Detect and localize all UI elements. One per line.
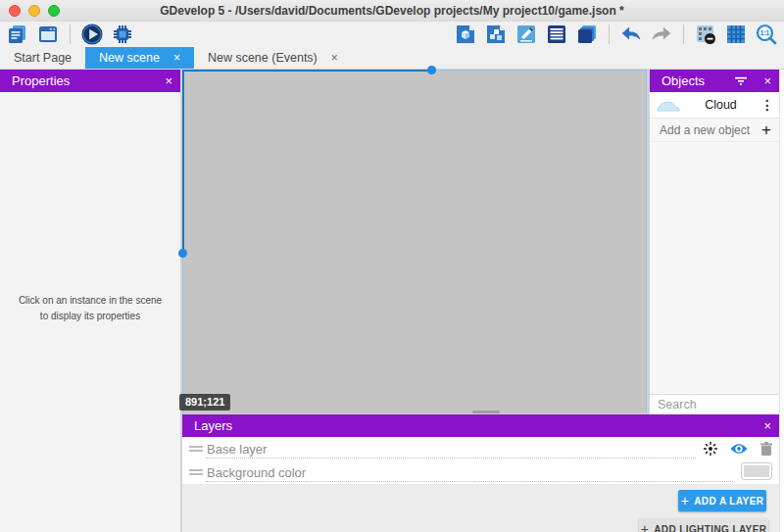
- main-toolbar: 1:1: [0, 22, 784, 47]
- tab-label: New scene (Events): [208, 51, 318, 65]
- svg-text:1:1: 1:1: [760, 29, 770, 36]
- editor-tabbar: Start Page New scene × New scene (Events…: [0, 47, 784, 69]
- cloud-object-icon: [656, 98, 681, 113]
- add-new-object-button[interactable]: Add a new object +: [650, 119, 779, 142]
- layer-effects-icon[interactable]: [703, 441, 718, 457]
- add-a-layer-button[interactable]: + ADD A LAYER: [678, 490, 766, 511]
- tab-label: Start Page: [14, 51, 72, 65]
- gdevelop-window: GDevelop 5 - /Users/david/Documents/GDev…: [0, 0, 784, 532]
- canvas-hscrollbar[interactable]: [472, 411, 500, 413]
- toolbar-separator: [70, 24, 71, 44]
- tab-label: New scene: [99, 51, 160, 65]
- properties-panel-title: Properties: [12, 73, 70, 88]
- scene-properties-icon[interactable]: [514, 23, 538, 46]
- search-input[interactable]: [658, 398, 784, 411]
- plus-icon: +: [641, 522, 650, 532]
- add-a-layer-label: ADD A LAYER: [694, 496, 763, 507]
- properties-panel: Properties × Click on an instance in the…: [0, 70, 180, 532]
- layers-panel: Layers × Base layer: [182, 414, 779, 532]
- tab-start-page[interactable]: Start Page: [0, 47, 85, 69]
- close-icon[interactable]: ×: [165, 70, 172, 92]
- window-title: GDevelop 5 - /Users/david/Documents/GDev…: [0, 4, 784, 18]
- toolbar-separator: [609, 24, 610, 44]
- properties-empty-message: Click on an instance in the scene to dis…: [16, 293, 165, 324]
- mask-icon[interactable]: [694, 23, 717, 46]
- selection-handle-top[interactable]: [427, 66, 436, 74]
- play-icon[interactable]: [80, 23, 104, 46]
- titlebar: GDevelop 5 - /Users/david/Documents/GDev…: [0, 0, 784, 22]
- layer-row-base[interactable]: Base layer: [182, 437, 779, 460]
- plus-icon: +: [761, 121, 771, 140]
- layers-panel-title: Layers: [194, 418, 232, 433]
- grid-icon[interactable]: [724, 23, 748, 46]
- properties-panel-header: Properties ×: [0, 70, 180, 92]
- close-icon[interactable]: ×: [763, 414, 771, 437]
- objects-editor-icon[interactable]: [454, 23, 477, 46]
- layer-name-underline: [206, 481, 733, 482]
- object-groups-icon[interactable]: [484, 23, 508, 46]
- object-name: Cloud: [681, 98, 760, 112]
- filter-icon[interactable]: [734, 76, 748, 86]
- scene-canvas[interactable]: [182, 70, 647, 413]
- background-color-swatch[interactable]: [742, 463, 771, 479]
- selection-handle-left[interactable]: [178, 249, 187, 258]
- drag-handle-icon[interactable]: [189, 467, 203, 477]
- layers-editor-icon[interactable]: [575, 23, 599, 46]
- project-manager-icon[interactable]: [6, 23, 29, 46]
- layers-panel-header: Layers ×: [182, 414, 779, 437]
- selection-edge-top: [182, 70, 432, 72]
- layer-name-field[interactable]: Background color: [207, 465, 306, 480]
- objects-panel-header: Objects ×: [650, 70, 779, 92]
- cursor-coordinates-badge: 891;121: [179, 394, 230, 411]
- zoom-1-1-icon[interactable]: 1:1: [755, 23, 778, 46]
- add-lighting-layer-label: ADD LIGHTING LAYER: [654, 524, 766, 532]
- layer-delete-trash-icon[interactable]: [760, 441, 773, 457]
- tab-close-icon[interactable]: ×: [331, 52, 338, 64]
- selection-edge-left: [182, 70, 184, 254]
- undo-icon[interactable]: [619, 23, 643, 46]
- plus-icon: +: [681, 494, 690, 508]
- debug-icon[interactable]: [111, 23, 134, 46]
- objects-search-bar: [650, 394, 779, 414]
- tab-new-scene-events[interactable]: New scene (Events) ×: [194, 47, 352, 69]
- drag-handle-icon[interactable]: [189, 444, 203, 454]
- instances-list-icon[interactable]: [545, 23, 568, 46]
- toolbar-separator: [683, 24, 684, 44]
- object-menu-dots-icon[interactable]: ⋮: [760, 98, 774, 112]
- tab-new-scene[interactable]: New scene ×: [85, 47, 194, 69]
- objects-panel: Objects × Cloud ⋮ Add a new object +: [650, 70, 779, 414]
- layer-name-field[interactable]: Base layer: [207, 442, 267, 457]
- layer-visibility-eye-icon[interactable]: [729, 442, 749, 456]
- right-scrollbar-track[interactable]: [779, 70, 784, 532]
- add-new-object-label: Add a new object: [660, 123, 761, 137]
- layer-row-background-color[interactable]: Background color: [182, 460, 779, 484]
- object-list-item-cloud[interactable]: Cloud ⋮: [650, 92, 779, 119]
- layer-name-underline: [206, 458, 696, 459]
- objects-panel-title: Objects: [662, 73, 705, 88]
- add-lighting-layer-button[interactable]: + ADD LIGHTING LAYER: [639, 518, 768, 532]
- tab-close-icon[interactable]: ×: [173, 52, 180, 64]
- redo-icon[interactable]: [650, 23, 673, 46]
- close-icon[interactable]: ×: [763, 70, 771, 92]
- layers-list: Base layer Background color: [182, 437, 779, 484]
- start-page-icon[interactable]: [36, 23, 60, 46]
